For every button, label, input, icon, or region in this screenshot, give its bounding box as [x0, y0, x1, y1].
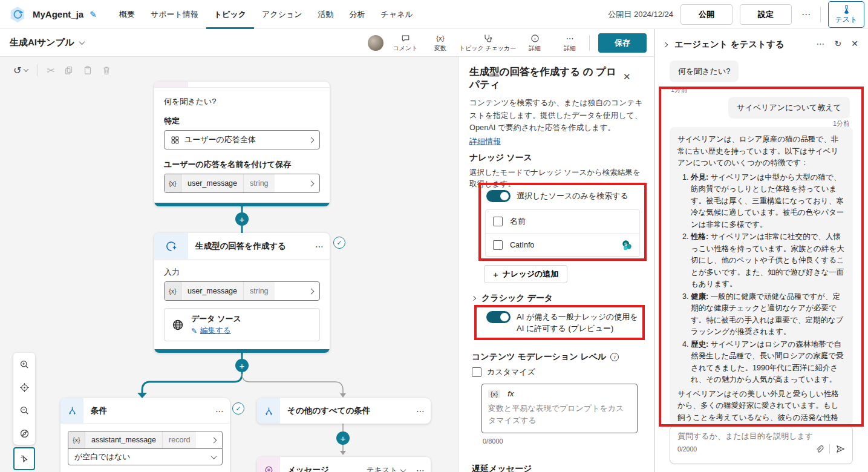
details-button[interactable]: 詳細 [519, 30, 550, 56]
entity-value: ユーザーの応答全体 [184, 134, 304, 145]
topic-selector[interactable]: 生成AIサンプル [0, 37, 84, 48]
minimap-button[interactable] [13, 422, 35, 445]
prompt-char-counter: 0/8000 [483, 438, 503, 445]
entity-select[interactable]: ユーザーの応答全体 [164, 130, 320, 149]
message-format-dropdown[interactable]: テキスト [367, 465, 405, 472]
copy-button[interactable] [64, 65, 74, 75]
customize-label: カスタマイズ [487, 367, 535, 378]
knowledge-source-list: 名前 CatInfo S [485, 209, 640, 257]
node-more-icon[interactable]: ⋯ [209, 406, 230, 416]
node-title: メッセージ [280, 465, 367, 472]
edit-agent-icon[interactable]: ✎ [90, 10, 97, 19]
copilot-studio-logo-icon[interactable] [8, 5, 27, 24]
generative-answers-node[interactable]: 生成型の回答を作成する ⋯ 入力 {x} user_message string… [154, 233, 330, 353]
avatar[interactable] [368, 35, 383, 51]
close-properties-icon[interactable]: ✕ [623, 71, 631, 82]
condition-operator-dropdown[interactable]: が空白ではない [68, 448, 223, 465]
source-row-catinfo[interactable]: CatInfo S [486, 233, 639, 256]
authoring-canvas[interactable]: ↺ ✂ 何を聞きたい? 特定 ユーザーの応答全体 ユーザーの応答を名前を付けて保… [0, 57, 458, 472]
header-more-icon[interactable]: ⋯ [799, 9, 813, 20]
tab-actions[interactable]: アクション [254, 0, 310, 29]
paste-button[interactable] [83, 65, 93, 75]
select-tool-button[interactable] [13, 447, 35, 470]
variable-name: assistant_message [85, 431, 162, 448]
prompt-customization-input[interactable]: {x} fx 変数と平易な表現でプロンプトをカスタマイズする [481, 384, 638, 433]
restart-conversation-icon[interactable]: ↻ [835, 39, 842, 48]
tab-analytics[interactable]: 分析 [342, 0, 373, 29]
zoom-out-button[interactable] [13, 399, 35, 422]
topic-toolbar: 生成AIサンプル コメント {x} 変数 トピック チェッカー 詳細 ⋯ [0, 29, 654, 57]
add-node-button[interactable]: + [235, 212, 249, 226]
node-valid-check-icon: ✓ [232, 402, 244, 415]
add-node-button[interactable]: + [336, 431, 350, 445]
message-icon [257, 457, 280, 472]
add-node-button[interactable]: + [235, 359, 249, 372]
topic-checker-button[interactable]: トピック チェッカー [460, 30, 515, 56]
tab-overview[interactable]: 概要 [111, 0, 143, 29]
collapse-panel-icon[interactable] [663, 42, 668, 47]
save-button[interactable]: 保存 [598, 33, 647, 53]
toggle-label: AI が備える一般ナレッジの使用を AI に許可する (プレビュー) [517, 311, 645, 335]
tab-channels[interactable]: チャネル [373, 0, 421, 29]
customize-checkbox[interactable] [472, 367, 481, 377]
ai-general-knowledge-toggle[interactable] [486, 311, 511, 323]
edit-data-source-link[interactable]: 編集する [200, 326, 231, 336]
info-icon[interactable]: i [610, 353, 619, 361]
publish-button[interactable]: 公開 [680, 4, 733, 25]
undo-button[interactable]: ↺ [13, 65, 28, 76]
settings-button[interactable]: 設定 [740, 4, 792, 25]
reply-item: 外見: サイベリアンは中型から大型の猫で、筋肉質でがっしりとした体格を持っていま… [691, 172, 845, 231]
chevron-down-icon [79, 39, 85, 45]
test-more-icon[interactable]: ⋯ [817, 39, 825, 48]
tab-activity[interactable]: 活動 [310, 0, 342, 29]
comments-button[interactable]: コメント [390, 30, 421, 56]
tab-support[interactable]: サポート情報 [143, 0, 206, 29]
chat-input-card[interactable]: 0/2000 [670, 425, 853, 464]
source-checkbox[interactable] [493, 240, 503, 250]
cut-button[interactable]: ✂ [47, 65, 54, 76]
add-knowledge-button[interactable]: + ナレッジの追加 [484, 265, 567, 283]
fit-view-button[interactable] [13, 376, 35, 399]
main-nav-tabs: 概要 サポート情報 トピック アクション 活動 分析 チャネル [111, 0, 421, 29]
chevron-right-icon [308, 137, 315, 143]
published-date: 公開日 2024/12/24 [608, 9, 673, 20]
question-node[interactable]: 何を聞きたい? 特定 ユーザーの応答全体 ユーザーの応答を名前を付けて保存 {x… [154, 82, 330, 206]
node-more-icon[interactable]: ⋯ [410, 465, 431, 472]
chat-input[interactable] [677, 431, 845, 441]
condition-node[interactable]: 条件 ⋯ {x} assistant_message record が空白ではな… [60, 398, 230, 472]
variable-type: string [243, 174, 275, 192]
delete-button[interactable] [102, 65, 111, 75]
knowledge-sources-title: ナレッジ ソース [469, 152, 532, 163]
source-checkbox[interactable] [493, 217, 503, 226]
source-label: 名前 [510, 216, 526, 227]
close-test-panel-icon[interactable]: ✕ [851, 39, 858, 48]
gen-input-variable-pill[interactable]: {x} user_message string [164, 281, 320, 301]
node-selection-bar [154, 203, 330, 206]
source-row-name[interactable]: 名前 [486, 210, 639, 233]
sharepoint-icon: S [621, 240, 632, 251]
send-icon[interactable] [835, 444, 845, 454]
variable-type: record [162, 431, 196, 448]
variables-button[interactable]: {x} 変数 [425, 30, 456, 56]
condition-variable-pill[interactable]: {x} assistant_message record [68, 431, 223, 449]
search-selected-sources-row: 選択したソースのみを検索する [486, 190, 628, 202]
attachment-icon[interactable] [815, 445, 824, 454]
message-node[interactable]: メッセージ テキスト ⋯ [257, 457, 431, 472]
tab-topics[interactable]: トピック [206, 0, 254, 29]
node-valid-check-icon: ✓ [333, 237, 345, 249]
zoom-in-button[interactable] [13, 353, 35, 376]
classic-data-expander[interactable]: クラシック データ [472, 293, 553, 304]
more-tools-button[interactable]: ⋯ 詳細 [554, 30, 586, 56]
knowledge-sources-description: 選択したモードでナレッジ ソースから検索結果を取得します。 [469, 167, 645, 190]
reply-item: 性格: サイベリアンは非常に社交的で、人懐っこい性格を持っています。家族との絆を… [691, 231, 845, 290]
chevron-down-icon [24, 67, 28, 71]
test-button[interactable]: テスト [828, 1, 864, 28]
else-condition-node[interactable]: その他のすべての条件 ⋯ [257, 398, 431, 424]
node-more-icon[interactable]: ⋯ [309, 241, 330, 251]
node-more-icon[interactable]: ⋯ [410, 406, 431, 416]
question-variable-pill[interactable]: {x} user_message string [164, 174, 320, 193]
agent-name: MyAgent_ja [33, 9, 83, 19]
search-selected-sources-toggle[interactable] [486, 190, 511, 202]
question-text: 何を聞きたい? [164, 96, 320, 107]
more-info-link[interactable]: 詳細情報 [469, 136, 501, 147]
